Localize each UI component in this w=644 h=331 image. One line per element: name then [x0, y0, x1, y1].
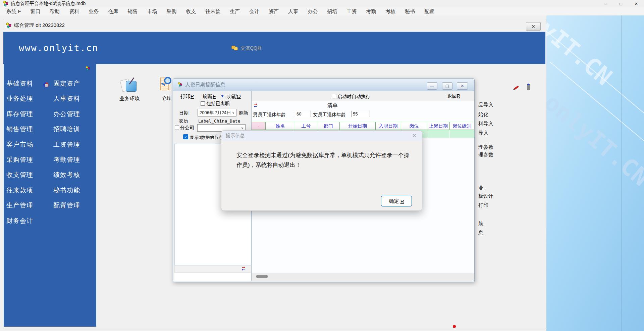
swap-icon[interactable]: →←: [254, 103, 259, 108]
menu-item[interactable]: 仓库: [103, 7, 123, 15]
menu-item[interactable]: 市场: [142, 7, 162, 15]
dialog-icon: [178, 82, 182, 87]
menu-item[interactable]: 帮助: [45, 7, 64, 15]
grid-cell[interactable]: [450, 130, 474, 138]
swap-icon[interactable]: →←: [242, 266, 247, 271]
right-panel-item[interactable]: 航: [478, 221, 483, 227]
show-zero-checkbox[interactable]: ✓: [183, 134, 188, 139]
design-tool-icon[interactable]: [513, 84, 520, 91]
menu-item[interactable]: 考勤: [361, 7, 381, 15]
sidebar-item[interactable]: 人事资料: [53, 91, 80, 106]
menu-item[interactable]: 采购: [162, 7, 181, 15]
exit-icon[interactable]: [524, 84, 532, 90]
right-panel-item[interactable]: 业: [478, 185, 483, 191]
menu-item[interactable]: 资产: [264, 7, 283, 15]
right-panel-item[interactable]: 导入: [478, 130, 488, 136]
menu-item[interactable]: 会计: [245, 7, 264, 15]
menu-item[interactable]: 考核: [381, 7, 400, 15]
close-icon[interactable]: ✕: [629, 0, 644, 7]
sidebar-item[interactable]: 往来款项: [6, 183, 33, 198]
qq-group-link[interactable]: 交流QQ群: [231, 45, 262, 51]
grid-header-cell[interactable]: 开始日期: [340, 122, 376, 130]
desktop-wallpaper: onlyIT.CN onlyIT.CN: [546, 15, 644, 331]
warehouse-icon[interactable]: [159, 76, 174, 92]
include-left-checkbox[interactable]: [201, 101, 205, 106]
sidebar-item[interactable]: 考勤管理: [53, 152, 80, 167]
inner-close-button[interactable]: ✕: [526, 22, 541, 31]
alert-titlebar[interactable]: 提示信息 ✕: [221, 131, 422, 141]
minimize-icon[interactable]: –: [598, 0, 613, 7]
male-age-input[interactable]: 60: [295, 111, 311, 117]
sidebar-item[interactable]: 招聘培训: [53, 122, 80, 137]
sidebar-item[interactable]: 采购管理: [6, 152, 33, 167]
business-env-label[interactable]: 业务环境: [116, 96, 143, 102]
menu-item[interactable]: 往来款: [201, 7, 225, 15]
menu-item[interactable]: 资料: [64, 7, 84, 15]
ok-button[interactable]: 确定 R: [381, 196, 412, 206]
dialog-close-icon[interactable]: ✕: [457, 82, 468, 90]
sidebar-item[interactable]: 生产管理: [6, 198, 33, 213]
grid-header-cell[interactable]: -: [252, 122, 266, 130]
menu-item[interactable]: 秘书: [400, 7, 420, 15]
menu-item[interactable]: 窗口: [25, 7, 45, 15]
menu-item[interactable]: 收支: [181, 7, 201, 15]
right-panel-item[interactable]: 板设计: [478, 193, 493, 199]
grid-header-cell[interactable]: 部门: [317, 122, 340, 130]
sidebar-item[interactable]: 财务会计: [6, 213, 33, 228]
grid-header-cell[interactable]: 岗位: [401, 122, 427, 130]
grid-header-cell[interactable]: 工号: [295, 122, 317, 130]
grid-cell[interactable]: [427, 130, 450, 138]
right-panel-item[interactable]: 理参数: [478, 144, 493, 150]
sidebar-item[interactable]: 销售管理: [6, 122, 33, 137]
right-panel-item[interactable]: 息: [478, 230, 483, 236]
sidebar-item[interactable]: 配置管理: [53, 198, 80, 213]
sidebar-item[interactable]: 绩效考核: [53, 167, 80, 182]
dialog-minimize-icon[interactable]: —: [427, 82, 437, 90]
menu-item[interactable]: 生产: [225, 7, 245, 15]
menu-item[interactable]: 工资: [342, 7, 361, 15]
sidebar-item[interactable]: 库存管理: [6, 106, 33, 122]
close-icon[interactable]: ✕: [411, 132, 418, 139]
autostart-checkbox[interactable]: [332, 94, 336, 98]
scrollbar-thumb[interactable]: [256, 275, 268, 278]
menu-item[interactable]: 销售: [123, 7, 142, 15]
refresh-date-label[interactable]: 刷新: [239, 110, 248, 116]
print-button[interactable]: 打印P: [180, 93, 194, 100]
branch-checkbox[interactable]: [175, 126, 179, 130]
menu-item[interactable]: 人事: [283, 7, 303, 15]
grid-header-cell[interactable]: 入职日期: [376, 122, 401, 130]
sidebar-item[interactable]: 收支管理: [6, 167, 33, 182]
sidebar-item[interactable]: 固定资产: [53, 76, 80, 91]
right-panel-item[interactable]: 打印: [478, 202, 488, 208]
horizontal-scrollbar[interactable]: [252, 273, 474, 280]
site-link[interactable]: www.onlyit.cn: [19, 43, 98, 53]
menu-item[interactable]: 系统 F: [2, 7, 25, 15]
menu-item[interactable]: 配置: [420, 7, 439, 15]
sidebar-item[interactable]: 业务处理: [6, 91, 33, 106]
dialog-maximize-icon[interactable]: ▢: [442, 82, 452, 90]
back-button[interactable]: 返回R: [447, 93, 460, 99]
grid-header-cell[interactable]: 岗位级别: [450, 122, 474, 130]
function-menu-button[interactable]: 功能O: [227, 93, 241, 100]
menu-item[interactable]: 业务: [84, 7, 103, 15]
grid-header-cell[interactable]: 姓名: [266, 122, 295, 130]
right-panel-item[interactable]: 品导入: [478, 102, 493, 108]
female-age-input[interactable]: 55: [351, 111, 370, 117]
right-panel-item[interactable]: 始化: [478, 111, 488, 118]
menu-item[interactable]: 办公: [303, 7, 322, 15]
warehouse-label[interactable]: 仓库: [160, 95, 173, 101]
right-panel-item[interactable]: 理参数: [478, 152, 493, 158]
sidebar-item[interactable]: 工资管理: [53, 137, 80, 152]
sidebar-item[interactable]: 办公管理: [53, 106, 80, 122]
maximize-icon[interactable]: □: [613, 0, 629, 7]
sidebar-item[interactable]: 基础资料: [6, 76, 33, 91]
grid-header-cell[interactable]: 上岗日期: [427, 122, 450, 130]
refresh-button[interactable]: 刷新F: [203, 93, 216, 100]
right-panel-item[interactable]: 料导入: [478, 121, 493, 127]
menu-item[interactable]: 招培: [322, 7, 342, 15]
business-env-icon[interactable]: [121, 78, 138, 94]
sidebar-item[interactable]: 客户市场: [6, 137, 33, 152]
date-combobox[interactable]: 2006年 7月24日∨: [198, 109, 236, 116]
sidebar-item[interactable]: 秘书功能: [53, 183, 80, 198]
dialog-titlebar[interactable]: 人资日期提醒信息 — ▢ ✕: [173, 79, 474, 91]
